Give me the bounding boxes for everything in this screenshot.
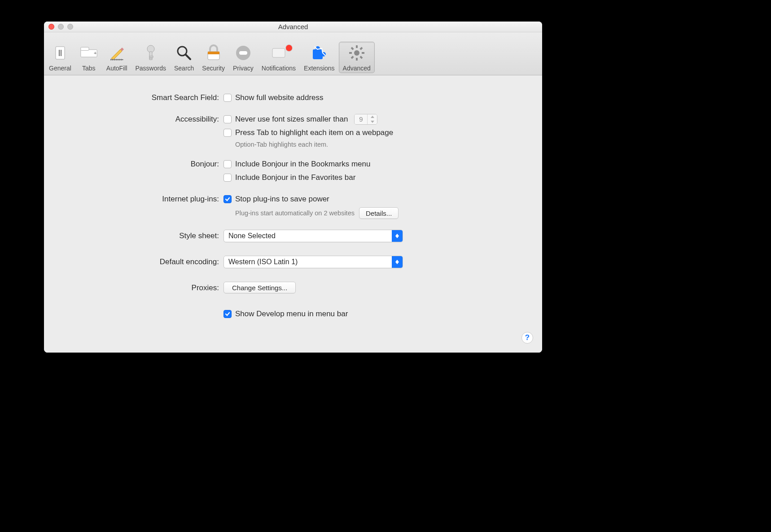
proxies-label: Proxies:	[44, 282, 223, 292]
svg-rect-4	[81, 47, 89, 50]
svg-text:+: +	[94, 50, 96, 56]
svg-marker-33	[371, 116, 374, 118]
stepper-up-icon	[368, 114, 377, 119]
font-size-stepper[interactable]: 9	[354, 114, 377, 125]
extensions-icon	[310, 44, 328, 62]
notifications-icon	[270, 44, 288, 62]
svg-point-24	[354, 50, 359, 56]
press-tab-checkbox[interactable]	[223, 129, 232, 137]
minimize-window-button[interactable]	[58, 24, 64, 30]
tab-general[interactable]: General	[45, 42, 75, 73]
close-window-button[interactable]	[48, 24, 54, 30]
never-font-smaller-checkbox[interactable]	[223, 115, 232, 123]
bonjour-label: Bonjour:	[44, 159, 223, 169]
accessibility-label: Accessibility:	[44, 114, 223, 124]
general-icon	[51, 44, 69, 62]
svg-rect-12	[149, 58, 152, 60]
bonjour-bookmarks-label: Include Bonjour in the Bookmarks menu	[235, 160, 370, 169]
stop-plugins-label: Stop plug-ins to save power	[235, 195, 329, 204]
smart-search-label: Smart Search Field:	[44, 92, 223, 102]
tab-security[interactable]: Security	[198, 42, 229, 73]
window-controls	[48, 24, 73, 30]
svg-line-14	[186, 55, 190, 59]
encoding-value: Western (ISO Latin 1)	[228, 258, 298, 266]
stop-plugins-checkbox[interactable]	[223, 195, 232, 203]
autofill-icon	[108, 44, 126, 62]
tab-tabs[interactable]: + Tabs	[75, 42, 102, 73]
encoding-select[interactable]: Western (ISO Latin 1)	[223, 256, 403, 268]
preferences-window: Advanced General + Tabs AutoFill Passwor	[44, 22, 542, 353]
svg-marker-6	[111, 49, 122, 60]
font-size-value: 9	[355, 114, 367, 124]
search-icon	[175, 44, 193, 62]
svg-rect-0	[56, 47, 65, 59]
content-area: Smart Search Field: Show full website ad…	[44, 75, 542, 353]
stylesheet-value: None Selected	[228, 232, 276, 240]
notification-badge-icon	[286, 45, 292, 51]
tab-label: Security	[202, 65, 225, 72]
help-button[interactable]: ?	[521, 332, 533, 344]
tab-autofill[interactable]: AutoFill	[102, 42, 131, 73]
press-tab-label: Press Tab to highlight each item on a we…	[235, 128, 393, 137]
change-proxy-settings-button[interactable]: Change Settings...	[223, 282, 296, 293]
select-handle-icon	[392, 230, 403, 242]
develop-menu-checkbox[interactable]	[223, 310, 232, 318]
tab-label: Extensions	[304, 65, 334, 72]
svg-rect-30	[350, 56, 354, 59]
bonjour-bookmarks-checkbox[interactable]	[223, 160, 232, 168]
svg-rect-19	[239, 51, 247, 55]
bonjour-favorites-label: Include Bonjour in the Favorites bar	[235, 173, 355, 182]
plugin-details-button[interactable]: Details...	[359, 207, 399, 219]
stylesheet-select[interactable]: None Selected	[223, 230, 403, 242]
help-icon: ?	[525, 333, 530, 342]
tab-label: Tabs	[82, 65, 96, 72]
tab-search[interactable]: Search	[170, 42, 198, 73]
press-tab-hint: Option-Tab highlights each item.	[235, 141, 542, 148]
select-handle-icon	[392, 256, 403, 268]
never-font-smaller-label: Never use font sizes smaller than	[235, 115, 348, 124]
svg-marker-38	[395, 262, 399, 264]
preferences-toolbar: General + Tabs AutoFill Passwords Search	[44, 32, 542, 75]
plugins-hint: Plug-ins start automatically on 2 websit…	[235, 209, 355, 217]
svg-rect-8	[110, 59, 123, 60]
tab-privacy[interactable]: Privacy	[229, 42, 258, 73]
show-full-address-checkbox[interactable]	[223, 94, 232, 102]
svg-rect-17	[208, 52, 219, 54]
svg-rect-29	[359, 47, 363, 50]
titlebar: Advanced	[44, 22, 542, 32]
bonjour-favorites-checkbox[interactable]	[223, 174, 232, 182]
security-icon	[205, 44, 223, 62]
svg-rect-25	[356, 45, 358, 48]
svg-rect-20	[272, 48, 285, 57]
tab-notifications[interactable]: Notifications	[258, 42, 300, 73]
svg-rect-1	[59, 50, 60, 56]
plugins-label: Internet plug-ins:	[44, 194, 223, 204]
zoom-window-button[interactable]	[67, 24, 73, 30]
tab-label: General	[49, 65, 71, 72]
svg-rect-28	[362, 52, 364, 54]
tab-label: Notifications	[262, 65, 296, 72]
tab-advanced[interactable]: Advanced	[339, 42, 375, 73]
svg-rect-2	[61, 50, 61, 56]
svg-rect-27	[349, 52, 352, 54]
tab-label: Advanced	[343, 65, 371, 72]
tab-label: AutoFill	[106, 65, 127, 72]
tabs-icon: +	[80, 44, 98, 62]
svg-rect-26	[356, 58, 358, 61]
privacy-icon	[234, 44, 252, 62]
tab-extensions[interactable]: Extensions	[300, 42, 338, 73]
svg-marker-36	[395, 236, 399, 238]
stepper-down-icon	[368, 119, 377, 124]
tab-label: Passwords	[136, 65, 166, 72]
svg-rect-32	[359, 56, 363, 59]
tab-label: Search	[174, 65, 194, 72]
stylesheet-label: Style sheet:	[44, 230, 223, 240]
window-title: Advanced	[278, 23, 308, 31]
passwords-icon	[142, 44, 160, 62]
develop-menu-label: Show Develop menu in menu bar	[235, 310, 348, 318]
show-full-address-label: Show full website address	[235, 93, 324, 102]
tab-passwords[interactable]: Passwords	[131, 42, 170, 73]
tab-label: Privacy	[233, 65, 254, 72]
encoding-label: Default encoding:	[44, 256, 223, 266]
svg-rect-21	[313, 49, 323, 59]
